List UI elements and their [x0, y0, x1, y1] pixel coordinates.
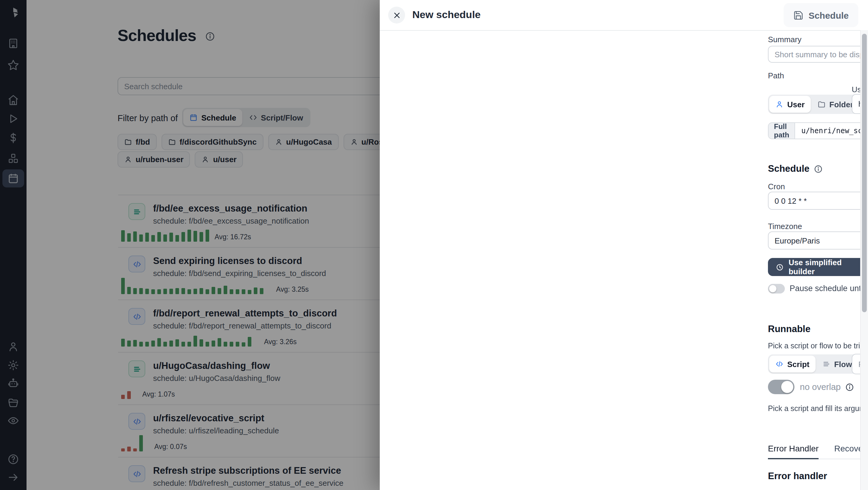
owner-toggle-user[interactable]: User: [769, 96, 811, 113]
summary-label: Summary: [768, 35, 801, 44]
handler-tabs: Error Handler Recovery Handler Retries C…: [768, 443, 868, 459]
app-viewport: Schedules Filter by path of Schedule Scr…: [0, 0, 868, 490]
error-handler-heading: Error handler: [768, 471, 827, 482]
close-button[interactable]: [388, 7, 405, 24]
save-icon: [794, 10, 804, 20]
owner-kind-toggle: User Folder: [768, 95, 861, 114]
simplified-builder-button[interactable]: Use simplified builder: [768, 258, 868, 276]
pause-schedule-toggle[interactable]: [768, 284, 785, 294]
simplified-builder-label: Use simplified builder: [788, 258, 860, 276]
timezone-input[interactable]: [768, 232, 868, 249]
runnable-heading: Runnable: [768, 324, 810, 335]
runnable-toggle-script[interactable]: Script: [769, 356, 815, 372]
schedule-heading-text: Schedule: [768, 163, 809, 174]
drawer-header: New schedule Schedule: [380, 0, 868, 31]
full-path-label: Full path: [769, 123, 795, 139]
cron-input[interactable]: [768, 192, 868, 210]
drawer-scrollbar-track[interactable]: [860, 30, 868, 490]
toggle-knob: [769, 285, 776, 292]
schedule-info-icon[interactable]: [814, 164, 823, 173]
pick-script-hint: Pick a script and fill its argument here: [768, 404, 868, 413]
summary-input[interactable]: [768, 46, 868, 63]
toggle-knob: [781, 381, 793, 393]
no-overlap-label: no overlap: [800, 382, 841, 392]
runnable-kind-toggle: Script Flow: [768, 355, 859, 374]
full-path: Full path u/henri/new_schedule: [768, 122, 868, 139]
runnable-toggle-flow-label: Flow: [834, 360, 852, 369]
schedule-section-heading: Schedule: [768, 163, 823, 174]
new-schedule-drawer: New schedule Schedule Summary Path User …: [380, 0, 868, 490]
schedule-save-button[interactable]: Schedule: [784, 3, 858, 27]
tab-error-handler[interactable]: Error Handler: [768, 443, 818, 459]
drawer-title: New schedule: [412, 9, 481, 21]
no-overlap-toggle[interactable]: [768, 380, 795, 394]
path-label: Path: [768, 71, 784, 80]
folder-icon: [817, 100, 826, 109]
user-icon: [775, 100, 784, 109]
no-overlap-info-icon[interactable]: [845, 383, 854, 392]
drawer-scrollbar-thumb[interactable]: [862, 34, 867, 312]
cron-label: Cron: [768, 182, 785, 191]
pause-schedule-label: Pause schedule until...: [789, 284, 868, 293]
timezone-label: Timezone: [768, 222, 802, 231]
full-path-value: u/henri/new_schedule: [795, 123, 868, 139]
pick-runnable-label: Pick a script or flow to be triggered by…: [768, 342, 868, 350]
script-code-icon: [775, 360, 784, 368]
close-icon: [393, 11, 401, 19]
pick-runnable-text: Pick a script or flow to be triggered by…: [768, 342, 868, 350]
flow-icon: [822, 360, 831, 368]
clock-icon: [776, 263, 784, 272]
runnable-toggle-script-label: Script: [787, 360, 809, 369]
owner-toggle-folder-label: Folder: [830, 100, 853, 109]
schedule-save-label: Schedule: [809, 10, 849, 20]
owner-toggle-user-label: User: [787, 100, 805, 109]
